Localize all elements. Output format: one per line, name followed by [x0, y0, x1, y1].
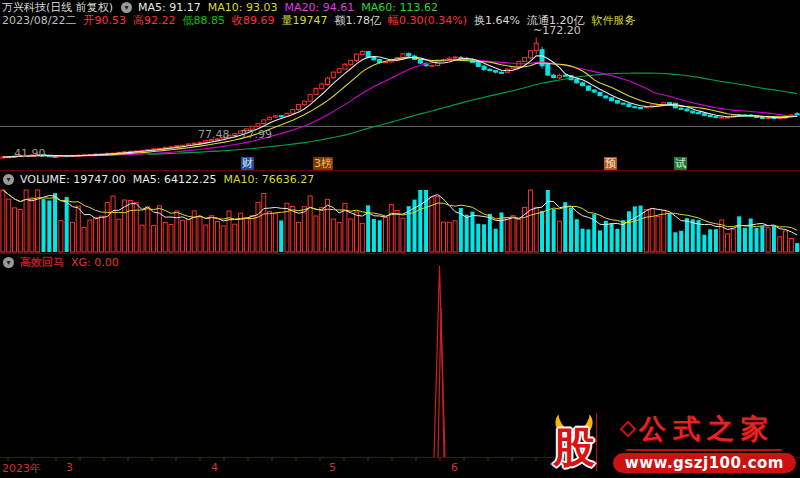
quote-close: 收89.69	[232, 14, 275, 27]
collapse-indicator-icon[interactable]: ▾	[3, 257, 14, 268]
logo-text-block: 公式之家 www.gszj100.com	[601, 411, 796, 473]
logo-divider	[596, 413, 597, 471]
volume-ma5-value: MA5: 64122.25	[133, 173, 217, 186]
ma20-value: MA20: 94.61	[285, 1, 355, 14]
ma10-value: MA10: 93.03	[208, 1, 278, 14]
axis-month-label: 4	[211, 461, 218, 474]
logo-gu-character: 股	[553, 420, 595, 476]
quote-high: 高92.22	[133, 14, 176, 27]
indicator-name[interactable]: 高效回马	[20, 256, 64, 269]
ma60-value: MA60: 113.62	[361, 1, 438, 14]
quote-range: 幅0.30(0.34%)	[388, 14, 467, 27]
main-chart-header: 万兴科技(日线 前复权) ▾ MA5: 91.17 MA10: 93.03 MA…	[2, 1, 445, 14]
industry-link[interactable]: 软件服务	[591, 14, 635, 27]
ma5-value: MA5: 91.17	[138, 1, 201, 14]
axis-month-label: 5	[329, 461, 336, 474]
quote-open: 开90.53	[83, 14, 126, 27]
collapse-main-icon[interactable]: ▾	[121, 2, 132, 13]
volume-ma10-value: MA10: 76636.27	[223, 173, 314, 186]
event-badge[interactable]: 财	[241, 157, 254, 170]
logo-underline	[626, 449, 782, 451]
gap-zone-label: 77.48 - 77.99	[198, 128, 272, 141]
quote-amount: 额1.78亿	[334, 14, 381, 27]
volume-pane-header: ▾ VOLUME: 19747.00 MA5: 64122.25 MA10: 7…	[2, 173, 321, 186]
quote-low: 低88.85	[182, 14, 225, 27]
logo-site-name: 公式之家	[639, 411, 775, 447]
quote-volume: 量19747	[281, 14, 327, 27]
logo-site-url: www.gszj100.com	[613, 453, 796, 473]
indicator-pane-header: ▾ 高效回马 XG: 0.00	[2, 256, 126, 269]
diamond-icon	[619, 421, 636, 438]
peak-price-label: ~172.20	[533, 24, 581, 37]
quote-turnover: 换1.64%	[474, 14, 520, 27]
quote-date: 2023/08/22二	[2, 14, 76, 27]
collapse-volume-icon[interactable]: ▾	[3, 174, 14, 185]
event-badge[interactable]: 预	[604, 157, 617, 170]
axis-year-label: 2023年	[2, 461, 41, 476]
axis-month-label: 3	[66, 461, 73, 474]
volume-value: VOLUME: 19747.00	[20, 173, 126, 186]
gszj-logo: 股 公式之家 www.gszj100.com	[554, 404, 796, 476]
stock-app-window: 万兴科技(日线 前复权) ▾ MA5: 91.17 MA10: 93.03 MA…	[0, 0, 800, 478]
axis-month-label: 6	[451, 461, 458, 474]
bull-icon: 股	[554, 411, 594, 475]
start-low-label: 41.90	[14, 147, 46, 160]
stock-title: 万兴科技(日线 前复权)	[2, 1, 113, 14]
indicator-xg-value: XG: 0.00	[71, 256, 119, 269]
event-badge[interactable]: 3榜	[313, 157, 333, 170]
event-badge[interactable]: 试	[674, 157, 687, 170]
